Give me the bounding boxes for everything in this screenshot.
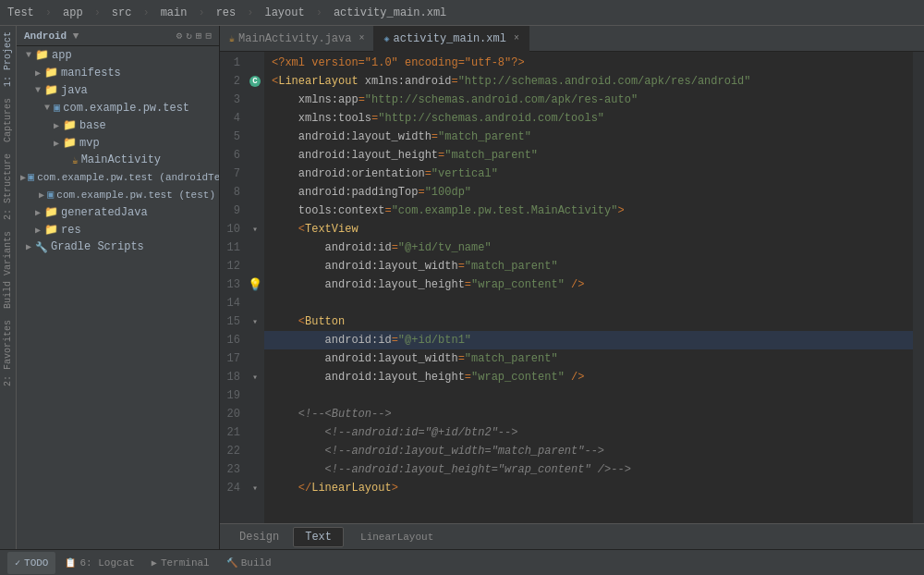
line-number-18: 18 <box>220 368 246 386</box>
code-line-19[interactable] <box>264 386 913 405</box>
tree-icon-gear[interactable]: ⚙ <box>176 30 183 42</box>
tree-label-app: app <box>52 49 72 62</box>
tree-item-mvp[interactable]: ▶ 📁 mvp <box>17 134 219 152</box>
line-number-4: 4 <box>220 109 246 128</box>
line-number-20: 20 <box>220 405 246 423</box>
side-panel-labels: 1: Project Captures 2: Structure Build V… <box>0 26 17 549</box>
tab-xml-close[interactable]: × <box>514 33 519 43</box>
tree-arrow-package-main: ▼ <box>43 103 52 113</box>
code-line-11[interactable]: android:id="@+id/tv_name" <box>264 239 913 257</box>
gutter-line-23 <box>246 460 264 479</box>
tree-arrow-app: ▼ <box>24 50 33 60</box>
code-line-21[interactable]: <!--android:id="@+id/btn2"--> <box>264 423 913 442</box>
tree-arrow-package-test: ▶ <box>38 190 45 201</box>
bottom-tab-logcat[interactable]: 📋 6: Logcat <box>57 552 141 574</box>
code-line-12[interactable]: android:layout_width="match_parent" <box>264 257 913 275</box>
side-label-variants[interactable]: Build Variants <box>1 226 15 314</box>
code-line-8[interactable]: android:paddingTop="100dp" <box>264 183 913 202</box>
code-line-15[interactable]: <Button <box>264 312 913 331</box>
code-line-2[interactable]: <LinearLayout xmlns:android="http://sche… <box>264 72 913 91</box>
tree-item-java[interactable]: ▼ 📁 java <box>17 81 219 99</box>
code-line-16[interactable]: android:id="@+id/btn1" <box>264 331 913 349</box>
code-line-7[interactable]: android:orientation="vertical" <box>264 165 913 183</box>
tree-item-package-main[interactable]: ▼ ▣ com.example.pw.test <box>17 99 219 116</box>
side-label-structure[interactable]: 2: Structure <box>1 148 15 226</box>
toolbar-file[interactable]: activity_main.xml <box>334 6 446 19</box>
side-label-captures[interactable]: Captures <box>1 92 15 148</box>
tab-java-close[interactable]: × <box>359 33 364 43</box>
code-line-3[interactable]: xmlns:app="http://schemas.android.com/ap… <box>264 91 913 109</box>
tree-label-manifests: manifests <box>61 67 121 80</box>
line-number-6: 6 <box>220 146 246 165</box>
code-line-14[interactable] <box>264 294 913 312</box>
tree-arrow-generatedjava: ▶ <box>33 207 43 218</box>
tree-item-gradle[interactable]: ▶ 🔧 Gradle Scripts <box>17 239 219 255</box>
folder-icon-java: 📁 <box>44 83 58 97</box>
tree-header: Android ▼ ⚙ ↻ ⊞ ⊟ <box>17 26 219 46</box>
side-label-project[interactable]: 1: Project <box>1 26 15 92</box>
tab-main-java[interactable]: ☕ MainActivity.java × <box>220 26 374 52</box>
tree-label-generatedjava: generatedJava <box>61 206 148 219</box>
code-line-22[interactable]: <!--android:layout_width="match_parent"-… <box>264 442 913 460</box>
tab-activity-xml[interactable]: ◈ activity_main.xml × <box>374 26 529 52</box>
line-number-22: 22 <box>220 442 246 460</box>
toolbar-main[interactable]: main <box>161 6 188 19</box>
line-number-19: 19 <box>220 386 246 405</box>
code-line-20[interactable]: <!--<Button--> <box>264 405 913 423</box>
gutter-line-16 <box>246 331 264 349</box>
tree-item-res[interactable]: ▶ 📁 res <box>17 221 219 239</box>
code-line-5[interactable]: android:layout_width="match_parent" <box>264 128 913 146</box>
gutter-line-2: C <box>246 72 264 91</box>
tree-item-mainactivity[interactable]: ▶ ☕ MainActivity <box>17 152 219 168</box>
code-line-13[interactable]: android:layout_height="wrap_content" /> <box>264 275 913 294</box>
package-icon-test: ▣ <box>47 188 54 202</box>
toolbar-test[interactable]: Test <box>7 6 34 19</box>
tree-item-base[interactable]: ▶ 📁 base <box>17 116 219 134</box>
tree-icon-collapse[interactable]: ⊟ <box>205 30 212 42</box>
tree-item-package-test[interactable]: ▶ ▣ com.example.pw.test (test) <box>17 186 219 203</box>
tab-design[interactable]: Design <box>227 527 291 547</box>
toolbar-layout[interactable]: layout <box>264 6 304 19</box>
tab-xml-label: activity_main.xml <box>394 32 506 45</box>
tree-label-java: java <box>61 84 88 97</box>
bottom-tab-terminal[interactable]: ▶ Terminal <box>144 552 217 574</box>
tree-item-generatedjava[interactable]: ▶ 📁 generatedJava <box>17 203 219 221</box>
view-tabs: Design Text LinearLayout <box>220 523 924 549</box>
code-line-6[interactable]: android:layout_height="match_parent" <box>264 146 913 165</box>
java-icon-mainactivity: ☕ <box>72 154 79 166</box>
gutter-line-4 <box>246 109 264 128</box>
bottom-tab-todo[interactable]: ✓ TODO <box>7 552 55 574</box>
tab-xml-icon: ◈ <box>383 33 389 44</box>
tree-arrow-gradle: ▶ <box>24 241 33 252</box>
code-line-10[interactable]: <TextView <box>264 220 913 239</box>
code-line-4[interactable]: xmlns:tools="http://schemas.android.com/… <box>264 109 913 128</box>
tree-label-package-test: com.example.pw.test (test) <box>56 190 215 201</box>
bottom-tab-build[interactable]: 🔨 Build <box>219 552 279 574</box>
todo-icon: ✓ <box>15 557 20 569</box>
tab-text[interactable]: Text <box>293 527 344 547</box>
code-line-9[interactable]: tools:context="com.example.pw.test.MainA… <box>264 202 913 220</box>
line-number-2: 2 <box>220 72 246 91</box>
toolbar-app[interactable]: app <box>63 6 83 19</box>
tree-arrow-base: ▶ <box>52 120 61 131</box>
tree-label-res: res <box>61 224 81 237</box>
package-icon-android: ▣ <box>28 170 34 184</box>
gutter-line-8 <box>246 183 264 202</box>
side-label-favorites[interactable]: 2: Favorites <box>1 314 15 392</box>
code-line-18[interactable]: android:layout_height="wrap_content" /> <box>264 368 913 386</box>
tree-icon-expand[interactable]: ⊞ <box>196 30 202 42</box>
code-text-area[interactable]: <?xml version="1.0" encoding="utf-8"?><L… <box>264 52 913 523</box>
code-line-24[interactable]: </LinearLayout> <box>264 479 913 497</box>
tree-item-package-android[interactable]: ▶ ▣ com.example.pw.test (androidTes... <box>17 168 219 186</box>
code-line-23[interactable]: <!--android:layout_height="wrap_content"… <box>264 460 913 479</box>
gradle-icon: 🔧 <box>35 241 48 253</box>
tree-icon-sync[interactable]: ↻ <box>186 30 192 42</box>
line-number-16: 16 <box>220 331 246 349</box>
gutter-line-13: 💡 <box>246 275 264 294</box>
toolbar-src[interactable]: src <box>112 6 132 19</box>
code-line-1[interactable]: <?xml version="1.0" encoding="utf-8"?> <box>264 54 913 72</box>
toolbar-res[interactable]: res <box>216 6 237 19</box>
tree-item-app[interactable]: ▼ 📁 app <box>17 46 219 64</box>
code-line-17[interactable]: android:layout_width="match_parent" <box>264 349 913 368</box>
tree-item-manifests[interactable]: ▶ 📁 manifests <box>17 64 219 81</box>
